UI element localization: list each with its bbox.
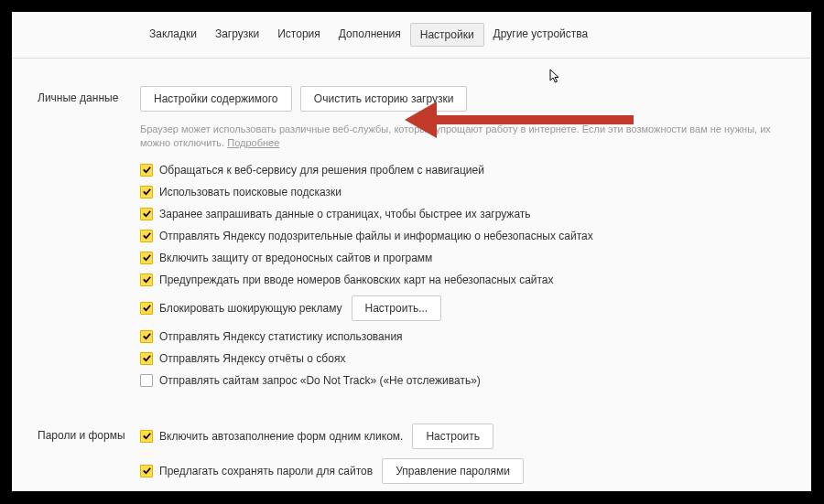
personal-label-8: Отправлять Яндексу отчёты о сбоях	[159, 352, 345, 365]
personal-checkbox-4[interactable]	[140, 252, 153, 264]
passwords-checkbox-0[interactable]	[140, 430, 153, 443]
personal-label-6: Блокировать шокирующую рекламу	[159, 302, 342, 315]
passwords-checkbox-1[interactable]	[140, 465, 153, 477]
tab-history[interactable]: История	[268, 23, 330, 47]
personal-label-9: Отправлять сайтам запрос «Do Not Track» …	[159, 374, 481, 387]
section-title-personal: Личные данные	[12, 86, 140, 396]
section-title-passwords: Пароли и формы	[12, 424, 140, 491]
section-passwords: Пароли и формы Включить автозаполнение ф…	[12, 424, 811, 491]
personal-checkbox-2[interactable]	[140, 208, 153, 220]
personal-label-5: Предупреждать при вводе номеров банковск…	[159, 273, 554, 286]
settings-window: Закладки Загрузки История Дополнения Нас…	[12, 12, 811, 491]
passwords-label-0: Включить автозаполнение форм одним клико…	[159, 430, 403, 443]
personal-row-0: Обращаться к веб-сервису для решения про…	[140, 164, 793, 177]
passwords-label-1: Предлагать сохранять пароли для сайтов	[159, 465, 373, 477]
personal-label-3: Отправлять Яндексу подозрительные файлы …	[159, 230, 593, 242]
personal-checkbox-1[interactable]	[140, 186, 153, 198]
personal-row-3: Отправлять Яндексу подозрительные файлы …	[140, 230, 793, 242]
passwords-row-0: Включить автозаполнение форм одним клико…	[140, 424, 793, 449]
hint-text: Браузер может использовать различные веб…	[140, 123, 793, 151]
tab-downloads[interactable]: Загрузки	[206, 23, 268, 47]
personal-row-1: Использовать поисковые подсказки	[140, 186, 793, 198]
tab-devices[interactable]: Другие устройства	[484, 23, 598, 47]
personal-label-4: Включить защиту от вредоносных сайтов и …	[159, 252, 432, 264]
passwords-button-0[interactable]: Настроить	[412, 424, 493, 449]
personal-row-7: Отправлять Яндексу статистику использова…	[140, 330, 793, 343]
personal-button-6[interactable]: Настроить...	[352, 295, 442, 321]
top-tabs: Закладки Загрузки История Дополнения Нас…	[12, 12, 811, 59]
section-personal-data: Личные данные Настройки содержимого Очис…	[12, 86, 811, 396]
personal-label-1: Использовать поисковые подсказки	[159, 186, 342, 198]
hint-link[interactable]: Подробнее	[227, 137, 279, 148]
personal-checkbox-9[interactable]	[140, 374, 153, 387]
personal-row-5: Предупреждать при вводе номеров банковск…	[140, 273, 793, 286]
personal-row-8: Отправлять Яндексу отчёты о сбоях	[140, 352, 793, 365]
personal-checkbox-0[interactable]	[140, 164, 153, 177]
personal-row-9: Отправлять сайтам запрос «Do Not Track» …	[140, 374, 793, 387]
passwords-row-1: Предлагать сохранять пароли для сайтовУп…	[140, 458, 793, 484]
personal-checkbox-8[interactable]	[140, 352, 153, 365]
personal-row-6: Блокировать шокирующую рекламуНастроить.…	[140, 295, 793, 321]
tab-bookmarks[interactable]: Закладки	[140, 23, 206, 47]
passwords-button-1[interactable]: Управление паролями	[382, 458, 524, 484]
clear-history-button[interactable]: Очистить историю загрузки	[300, 86, 468, 112]
personal-checkbox-3[interactable]	[140, 230, 153, 242]
content-settings-button[interactable]: Настройки содержимого	[140, 86, 292, 112]
personal-row-2: Заранее запрашивать данные о страницах, …	[140, 208, 793, 220]
personal-row-4: Включить защиту от вредоносных сайтов и …	[140, 252, 793, 264]
tab-addons[interactable]: Дополнения	[330, 23, 410, 47]
tab-settings[interactable]: Настройки	[410, 23, 484, 47]
personal-label-2: Заранее запрашивать данные о страницах, …	[159, 208, 531, 220]
personal-label-7: Отправлять Яндексу статистику использова…	[159, 330, 403, 343]
personal-checkbox-7[interactable]	[140, 330, 153, 343]
personal-checkbox-5[interactable]	[140, 273, 153, 286]
personal-label-0: Обращаться к веб-сервису для решения про…	[159, 164, 484, 177]
personal-checkbox-6[interactable]	[140, 302, 153, 315]
content-area: Личные данные Настройки содержимого Очис…	[12, 59, 811, 491]
